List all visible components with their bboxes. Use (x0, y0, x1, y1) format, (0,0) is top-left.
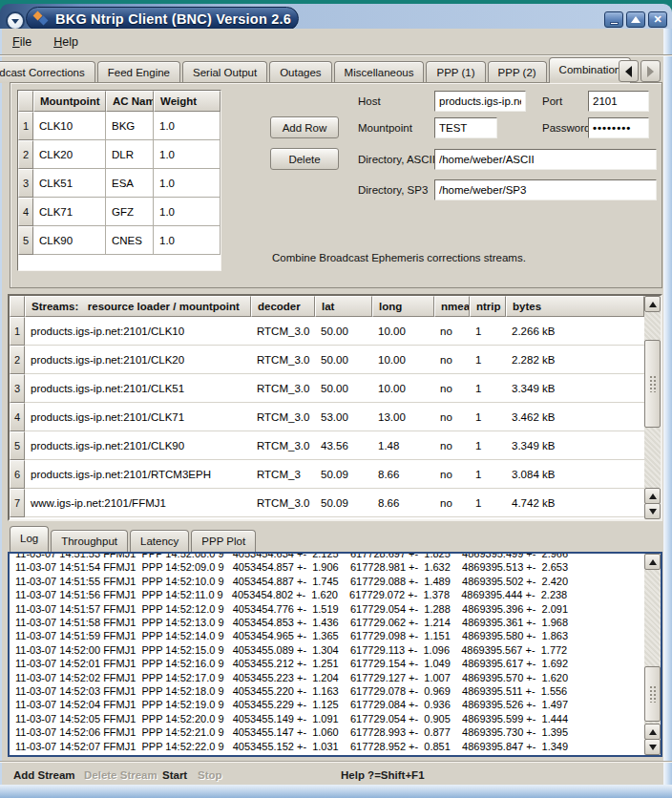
menubar-separator (0, 54, 672, 56)
table-row[interactable]: 6 products.igs-ip.net:2101/RTCM3EPH RTCM… (10, 460, 644, 489)
scroll-up-button-bottom[interactable] (644, 724, 661, 740)
scroll-up-button[interactable] (644, 296, 661, 312)
nmea-cell: no (434, 374, 470, 403)
long-cell: 10.00 (372, 346, 434, 374)
column-header[interactable]: decoder (251, 296, 315, 317)
long-cell: 1.48 (372, 431, 434, 460)
arrow-down-icon (649, 745, 657, 750)
add-stream-button[interactable]: Add Stream (13, 769, 75, 781)
log-scrollbar[interactable] (644, 554, 661, 755)
table-row[interactable]: 2 products.igs-ip.net:2101/CLK20 RTCM_3.… (10, 346, 644, 374)
menubar: File Help (0, 29, 672, 54)
tab-throughput[interactable]: Throughput (51, 530, 128, 552)
window-menu-button[interactable] (6, 11, 25, 31)
tab-scroll-right-button[interactable] (640, 60, 661, 82)
tab-feed-engine[interactable]: Feed Engine (97, 61, 180, 83)
scrollbar-thumb[interactable] (644, 666, 661, 722)
nmea-cell: no (434, 431, 470, 460)
table-row[interactable]: 3 products.igs-ip.net:2101/CLK51 RTCM_3.… (10, 374, 644, 403)
tab-latency[interactable]: Latency (130, 530, 189, 552)
tab-ppp-1[interactable]: PPP (1) (426, 61, 485, 83)
ntrip-cell: 1 (470, 431, 506, 460)
stop-button[interactable]: Stop (198, 769, 222, 781)
arrow-up-icon (649, 729, 657, 735)
menu-help[interactable]: Help (53, 35, 78, 49)
row-number: 7 (10, 489, 25, 517)
ntrip-cell: 1 (470, 374, 506, 403)
column-header[interactable]: long (372, 296, 434, 317)
lat-cell: 43.56 (315, 431, 372, 460)
delete-stream-button[interactable]: Delete Stream (84, 769, 158, 781)
scroll-down-button[interactable] (644, 739, 661, 755)
stream-mountpoint-cell: products.igs-ip.net:2101/RTCM3EPH (25, 460, 251, 489)
tab-ppp-2[interactable]: PPP (2) (488, 61, 547, 83)
column-header[interactable]: bytes (506, 296, 644, 317)
bottom-tabbar: Log Throughput Latency PPP Plot (10, 527, 258, 552)
row-number: 2 (10, 346, 25, 374)
ntrip-cell: 1 (470, 346, 506, 374)
tab-page-frame (10, 82, 662, 288)
maximize-button[interactable] (626, 11, 645, 28)
tab-outages[interactable]: Outages (269, 61, 331, 83)
row-number: 1 (10, 317, 25, 346)
table-row[interactable]: 1 products.igs-ip.net:2101/CLK10 RTCM_3.… (10, 317, 644, 346)
start-button[interactable]: Start (162, 769, 187, 781)
minimize-icon (610, 22, 619, 25)
chevron-left-icon (625, 66, 632, 77)
menu-file[interactable]: File (12, 35, 32, 49)
column-header[interactable]: nmea (434, 296, 470, 317)
chevron-down-icon (11, 19, 19, 24)
tab-miscellaneous[interactable]: Miscellaneous (334, 61, 425, 83)
table-row[interactable]: 7 www.igs-ip.net:2101/FFMJ1 RTCM_3.0 50.… (10, 489, 644, 517)
column-header[interactable]: ntrip (470, 296, 506, 317)
app-icon (33, 11, 49, 26)
tab-scroll-left-button[interactable] (619, 60, 639, 82)
arrow-up-icon (649, 302, 657, 307)
table-row[interactable]: 4 products.igs-ip.net:2101/CLK71 RTCM_3.… (10, 403, 644, 431)
stream-mountpoint-cell: products.igs-ip.net:2101/CLK20 (25, 346, 251, 374)
log-line: 11-03-07 14:51:58 FFMJ1 PPP 14:52:13.0 9… (15, 616, 644, 629)
long-cell: 13.00 (372, 403, 434, 431)
close-button[interactable]: ✕ (648, 11, 667, 28)
streams-rows: 1 products.igs-ip.net:2101/CLK10 RTCM_3.… (10, 317, 644, 519)
scroll-up-button-bottom[interactable] (644, 488, 661, 504)
tab-serial-output[interactable]: Serial Output (182, 61, 267, 83)
stream-mountpoint-cell: products.igs-ip.net:2101/CLK51 (25, 374, 251, 403)
streams-scrollbar[interactable] (644, 296, 661, 519)
row-number: 5 (10, 431, 25, 460)
decoder-cell: RTCM_3.0 (251, 489, 315, 517)
log-line: 11-03-07 14:51:57 FFMJ1 PPP 14:52:12.0 9… (15, 602, 644, 616)
titlebar: BKG Ntrip Client (BNC) Version 2.6 ✕ (0, 4, 672, 29)
ntrip-cell: 1 (470, 489, 506, 517)
streams-table[interactable]: Streams: resource loader / mountpoint de… (8, 294, 662, 521)
log-text: 11-03-07 14:51:53 FFMJ1 PPP 14:52:08.0 9… (10, 554, 644, 755)
log-line: 11-03-07 14:51:55 FFMJ1 PPP 14:52:10.0 9… (15, 575, 644, 588)
nmea-cell: no (434, 403, 470, 431)
ntrip-cell: 1 (470, 403, 506, 431)
lat-cell: 53.00 (315, 403, 372, 431)
stream-mountpoint-cell: products.igs-ip.net:2101/CLK71 (25, 403, 251, 431)
bytes-cell: 4.742 kB (506, 489, 644, 517)
column-header[interactable]: Streams: resource loader / mountpoint (25, 296, 251, 317)
scrollbar-thumb[interactable] (644, 340, 661, 428)
table-row[interactable]: 5 products.igs-ip.net:2101/CLK90 RTCM_3.… (10, 431, 644, 460)
close-icon: ✕ (653, 14, 662, 25)
scroll-down-button[interactable] (644, 503, 661, 519)
log-line: 11-03-07 14:52:05 FFMJ1 PPP 14:52:20.0 9… (15, 712, 644, 725)
tab-broadcast-corrections[interactable]: Broadcast Corrections (0, 61, 95, 83)
column-header[interactable]: lat (315, 296, 372, 317)
stream-mountpoint-cell: www.igs-ip.net:2101/FFMJ1 (25, 489, 251, 517)
tab-log[interactable]: Log (10, 526, 49, 552)
log-view[interactable]: 11-03-07 14:51:53 FFMJ1 PPP 14:52:08.0 9… (8, 552, 662, 757)
decoder-cell: RTCM_3.0 (251, 346, 315, 374)
streams-header: Streams: resource loader / mountpoint de… (10, 296, 644, 317)
lat-cell: 50.00 (315, 317, 372, 346)
minimize-button[interactable] (604, 11, 623, 28)
tab-ppp-plot[interactable]: PPP Plot (191, 530, 256, 552)
scroll-up-button[interactable] (644, 554, 661, 570)
log-line: 11-03-07 14:52:03 FFMJ1 PPP 14:52:18.0 9… (15, 684, 644, 698)
actionbar-separator (0, 761, 672, 763)
log-line: 11-03-07 14:52:04 FFMJ1 PPP 14:52:19.0 9… (15, 698, 644, 711)
nmea-cell: no (434, 460, 470, 489)
bytes-cell: 2.282 kB (506, 346, 644, 374)
